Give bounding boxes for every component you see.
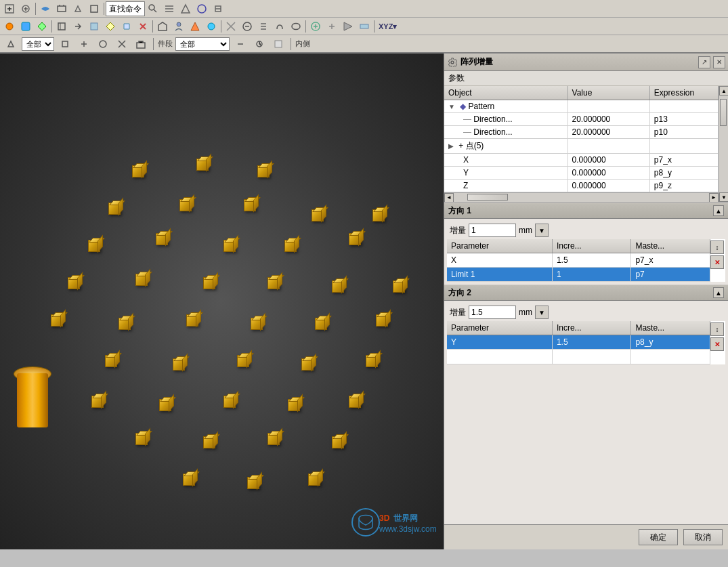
viewport-3d[interactable]: 3D 世界网 www.3dsjw.com bbox=[0, 54, 444, 549]
tb2-btn-21[interactable] bbox=[341, 19, 356, 34]
cube-object-11 bbox=[284, 240, 297, 252]
tb2-btn-6[interactable] bbox=[87, 19, 102, 34]
toolbar-btn-10[interactable] bbox=[211, 1, 226, 16]
dir2-row-y[interactable]: Y 1.5 p8_y bbox=[447, 335, 710, 350]
right-panel: 阵列增量 ↗ ✕ 参数 Object Value Expression bbox=[444, 54, 728, 549]
tb2-sep-4 bbox=[305, 20, 306, 33]
direction1-increment-input[interactable] bbox=[469, 224, 516, 237]
tb2-btn-17[interactable] bbox=[272, 19, 287, 34]
direction1-collapse-btn[interactable]: ▲ bbox=[713, 205, 724, 216]
table-row[interactable]: Z 0.000000 p9_z bbox=[444, 180, 719, 192]
tb2-btn-5[interactable] bbox=[70, 19, 85, 34]
tb2-btn-11[interactable] bbox=[171, 19, 186, 34]
tb2-btn-8[interactable] bbox=[119, 19, 134, 34]
cell-object: Y bbox=[444, 167, 568, 180]
tb2-btn-15[interactable] bbox=[240, 19, 255, 34]
toolbar-btn-7[interactable] bbox=[162, 1, 177, 16]
toolbar-btn-2[interactable] bbox=[18, 1, 33, 16]
scroll-down-btn[interactable]: ▼ bbox=[719, 192, 728, 202]
cancel-button[interactable]: 取消 bbox=[683, 529, 723, 545]
scroll-thumb[interactable] bbox=[720, 99, 727, 126]
tb2-btn-22[interactable] bbox=[357, 19, 372, 34]
toolbar-btn-search[interactable] bbox=[146, 1, 160, 16]
cmd-icon-5[interactable] bbox=[114, 37, 129, 51]
toolbar-btn-6[interactable] bbox=[87, 1, 102, 16]
cube-object-32 bbox=[223, 396, 236, 408]
toolbar-btn-3[interactable] bbox=[38, 1, 53, 16]
cmd-icon-7[interactable] bbox=[233, 37, 248, 51]
dir2-master-y: p8_y bbox=[631, 335, 710, 350]
unit-dropdown-btn-1[interactable]: ▼ bbox=[535, 224, 549, 237]
tb2-btn-9[interactable] bbox=[135, 19, 150, 34]
cmd-icon-4[interactable] bbox=[95, 37, 110, 51]
table-row[interactable]: — Direction... 20.000000 p13 bbox=[444, 113, 719, 126]
panel-restore-btn[interactable]: ↗ bbox=[698, 56, 710, 68]
direction2-header[interactable]: 方向 2 ▲ bbox=[444, 285, 728, 301]
dir2-delete-btn[interactable]: ✕ bbox=[710, 337, 724, 351]
table-row[interactable]: — Direction... 20.000000 p10 bbox=[444, 126, 719, 139]
segment-select[interactable]: 全部 bbox=[175, 37, 230, 51]
tb2-btn-16[interactable] bbox=[256, 19, 271, 34]
tb2-btn-14[interactable] bbox=[223, 19, 238, 34]
cube-object-38 bbox=[332, 436, 344, 448]
tb2-btn-12[interactable] bbox=[188, 19, 202, 34]
param-table-scrollbar-h[interactable]: ◄ ► bbox=[444, 192, 719, 202]
cmd-icon-8[interactable] bbox=[252, 37, 267, 51]
tb2-btn-2[interactable] bbox=[18, 19, 33, 34]
scroll-up-btn[interactable]: ▲ bbox=[719, 86, 728, 96]
table-row[interactable]: ▼ ◆ Pattern bbox=[444, 100, 719, 113]
scroll-h-thumb[interactable] bbox=[467, 194, 508, 201]
tb2-btn-13[interactable] bbox=[204, 19, 219, 34]
table-row[interactable]: ▶ + 点(5) bbox=[444, 139, 719, 154]
tb2-btn-10[interactable] bbox=[155, 19, 170, 34]
dir1-row-limit1[interactable]: Limit 1 1 p7 bbox=[447, 268, 710, 282]
toolbar-btn-1[interactable] bbox=[2, 1, 17, 16]
toolbar-btn-5[interactable] bbox=[70, 1, 85, 16]
col-object: Object bbox=[444, 86, 568, 100]
cube-object-31 bbox=[159, 399, 171, 411]
cmd-icon-6[interactable] bbox=[133, 37, 148, 51]
toolbar-btn-4[interactable] bbox=[54, 1, 69, 16]
direction2-increment-row: 增量 mm ▼ bbox=[447, 303, 725, 321]
cell-object: X bbox=[444, 154, 568, 167]
dir2-expand-btn[interactable]: ↕ bbox=[710, 322, 724, 336]
cell-value bbox=[568, 139, 649, 154]
cube-object-4 bbox=[179, 199, 192, 211]
tb2-btn-18[interactable] bbox=[288, 19, 303, 34]
cell-expression: p9_z bbox=[649, 180, 718, 192]
table-row[interactable]: X 0.000000 p7_x bbox=[444, 154, 719, 167]
param-table-scrollbar-v[interactable]: ▲ ▼ bbox=[719, 86, 728, 202]
direction2-collapse-btn[interactable]: ▲ bbox=[713, 287, 724, 298]
tb2-btn-20[interactable] bbox=[324, 19, 339, 34]
cell-expression: p10 bbox=[649, 126, 718, 139]
svg-rect-12 bbox=[360, 24, 368, 28]
direction2-increment-input[interactable] bbox=[469, 306, 516, 319]
toolbar-btn-8[interactable] bbox=[178, 1, 193, 16]
cmd-icon-9[interactable] bbox=[271, 37, 286, 51]
toolbar-btn-9[interactable] bbox=[194, 1, 209, 16]
confirm-button[interactable]: 确定 bbox=[639, 529, 678, 545]
tb2-btn-7[interactable] bbox=[103, 19, 118, 34]
dir1-delete-btn[interactable]: ✕ bbox=[710, 255, 724, 269]
table-row[interactable]: Y 0.000000 p8_y bbox=[444, 167, 719, 180]
tb2-btn-19[interactable] bbox=[308, 19, 323, 34]
cmd-icon-3[interactable] bbox=[77, 37, 91, 51]
cmd-search-input[interactable]: 直找命令 bbox=[106, 1, 145, 16]
svg-marker-4 bbox=[181, 5, 190, 13]
scroll-track[interactable] bbox=[719, 96, 728, 192]
panel-close-btn[interactable]: ✕ bbox=[713, 56, 725, 68]
dir1-row-x[interactable]: X 1.5 p7_x bbox=[447, 253, 710, 268]
scroll-h-track[interactable] bbox=[454, 193, 709, 203]
tb2-btn-3[interactable] bbox=[35, 19, 49, 34]
dir1-expand-btn[interactable]: ↕ bbox=[710, 240, 724, 254]
cube-object-37 bbox=[267, 433, 280, 445]
cmd-icon-2[interactable] bbox=[58, 37, 72, 51]
scroll-right-btn[interactable]: ► bbox=[709, 193, 719, 203]
tb2-btn-1[interactable] bbox=[2, 19, 17, 34]
unit-dropdown-btn-2[interactable]: ▼ bbox=[535, 306, 549, 319]
scroll-left-btn[interactable]: ◄ bbox=[444, 193, 454, 203]
cmd-icon-1[interactable] bbox=[3, 37, 18, 51]
filter-mode-select[interactable]: 全部 bbox=[22, 37, 54, 51]
direction1-header[interactable]: 方向 1 ▲ bbox=[444, 203, 728, 219]
tb2-btn-4[interactable] bbox=[54, 19, 69, 34]
